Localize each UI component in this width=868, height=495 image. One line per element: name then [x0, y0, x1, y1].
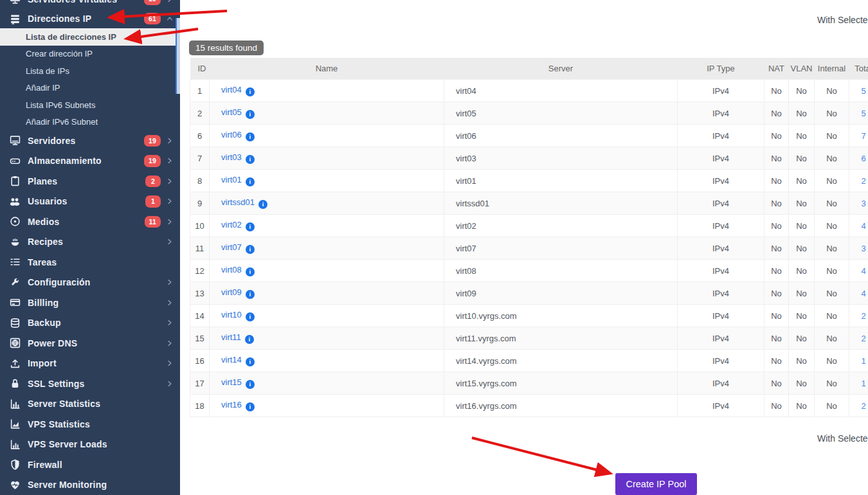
sidebar: Servidores Virtuales 19 Direcciones IP 6…: [0, 0, 180, 495]
cell-server: virt14.vyrgs.com: [444, 350, 678, 372]
total-ips-link[interactable]: 3: [861, 244, 865, 253]
total-ips-link[interactable]: 7: [861, 131, 865, 141]
chevron-right-icon: [166, 218, 174, 226]
count-badge: 11: [145, 216, 161, 228]
total-ips-link[interactable]: 6: [861, 154, 865, 163]
total-ips-link[interactable]: 2: [861, 311, 865, 321]
sidebar-item-usuarios[interactable]: Usuarios1: [0, 192, 180, 212]
with-selected-label-top[interactable]: With Selected: [817, 15, 868, 25]
sidebar-item-server-monitoring[interactable]: Server Monitoring: [0, 475, 180, 495]
info-icon[interactable]: i: [246, 87, 255, 96]
sidebar-item-power-dns[interactable]: Power DNS: [0, 333, 180, 354]
total-ips-link[interactable]: 2: [861, 176, 865, 186]
ip-pool-name-link[interactable]: virt15: [221, 377, 242, 387]
sidebar-item-medios[interactable]: Medios11: [0, 212, 180, 232]
info-icon[interactable]: i: [246, 222, 255, 231]
cell-id: 14: [190, 305, 210, 327]
submenu-item-anadir-ipv6-subnet[interactable]: Añadir IPv6 Subnet: [0, 114, 180, 131]
sidebar-item-direcciones-ip[interactable]: Direcciones IP 61: [0, 9, 180, 28]
chevron-right-icon: [166, 157, 174, 165]
sidebar-item-vps-server-loads[interactable]: VPS Server Loads: [0, 435, 180, 455]
submenu-item-lista-de-direcciones-ip[interactable]: Lista de direcciones IP: [0, 28, 180, 46]
submenu-item-lista-de-ips[interactable]: Lista de IPs: [0, 62, 180, 80]
total-ips-link[interactable]: 3: [861, 199, 865, 208]
cell-vlan: No: [789, 282, 815, 305]
cell-nat: No: [764, 350, 789, 372]
info-icon[interactable]: i: [245, 335, 254, 344]
total-ips-link[interactable]: 2: [861, 401, 865, 411]
sidebar-item-import[interactable]: Import: [0, 354, 180, 374]
info-icon[interactable]: i: [246, 267, 255, 276]
info-icon[interactable]: i: [246, 245, 255, 254]
total-ips-link[interactable]: 1: [861, 356, 865, 366]
sidebar-item-planes[interactable]: Planes2: [0, 171, 180, 192]
sidebar-item-configuracion[interactable]: Configuración: [0, 273, 180, 293]
cell-vlan: No: [789, 305, 815, 327]
clipboard-icon: [9, 176, 21, 187]
column-header-total: Total: [849, 58, 868, 80]
sidebar-item-vps-statistics[interactable]: VPS Statistics: [0, 414, 180, 435]
info-icon[interactable]: i: [246, 380, 255, 389]
cell-nat: No: [764, 305, 789, 327]
create-ip-pool-button[interactable]: Create IP Pool: [615, 473, 697, 495]
info-icon[interactable]: i: [246, 132, 255, 141]
sidebar-item-servidores[interactable]: Servidores19: [0, 130, 180, 151]
info-icon[interactable]: i: [246, 290, 255, 299]
ip-pool-name-link[interactable]: virt06: [221, 130, 242, 140]
ip-pool-name-link[interactable]: virt04: [221, 85, 242, 94]
monitor-icon: [9, 135, 21, 147]
ip-pool-name-link[interactable]: virt14: [221, 355, 242, 364]
submenu-item-crear-direccion-ip[interactable]: Crear dirección IP: [0, 46, 180, 63]
total-ips-link[interactable]: 5: [861, 109, 865, 118]
info-icon[interactable]: i: [246, 177, 255, 186]
sidebar-item-tareas[interactable]: Tareas: [0, 252, 180, 273]
sidebar-item-server-statistics[interactable]: Server Statistics: [0, 394, 180, 415]
with-selected-label-bottom[interactable]: With Selected: [817, 433, 868, 444]
info-icon[interactable]: i: [246, 155, 255, 164]
sidebar-item-backup[interactable]: Backup: [0, 313, 180, 334]
total-ips-link[interactable]: 2: [861, 334, 865, 343]
submenu-item-lista-ipv6-subnets[interactable]: Lista IPv6 Subnets: [0, 96, 180, 114]
cell-total: 5: [849, 80, 868, 102]
cell-internal: No: [815, 102, 849, 125]
ip-pool-name-link[interactable]: virt05: [221, 107, 242, 117]
chevron-right-icon: [166, 299, 174, 307]
sidebar-item-ssl-settings[interactable]: SSL Settings: [0, 374, 180, 394]
ip-pool-name-link[interactable]: virt01: [221, 175, 242, 184]
sidebar-nav-list: Servidores19Almacenamiento19Planes2Usuar…: [0, 130, 180, 495]
ip-pool-row: 11virt07ivirt07IPv4NoNoNo3: [190, 237, 868, 260]
total-ips-link[interactable]: 4: [861, 266, 865, 276]
sidebar-scrollbar-thumb[interactable]: [176, 18, 180, 94]
sidebar-item-almacenamiento[interactable]: Almacenamiento19: [0, 151, 180, 172]
cell-name: virt10i: [210, 305, 444, 327]
submenu-item-anadir-ip[interactable]: Añadir IP: [0, 80, 180, 97]
total-ips-link[interactable]: 4: [861, 221, 865, 231]
ip-pool-name-link[interactable]: virt03: [221, 152, 242, 162]
ip-pool-name-link[interactable]: virt07: [221, 242, 242, 252]
ip-pool-name-link[interactable]: virtssd01: [221, 197, 255, 207]
count-badge: 19: [144, 135, 161, 147]
info-icon[interactable]: i: [258, 200, 267, 209]
ip-pool-row: 7virt03ivirt03IPv4NoNoNo6: [190, 147, 868, 170]
sidebar-item-label: VPS Statistics: [28, 419, 90, 429]
sidebar-item-billling[interactable]: Billling: [0, 292, 180, 313]
sidebar-item-recipes[interactable]: Recipes: [0, 232, 180, 253]
total-ips-link[interactable]: 5: [861, 86, 865, 96]
cell-vlan: No: [789, 395, 815, 417]
ip-pool-name-link[interactable]: virt08: [221, 265, 242, 274]
sidebar-item-label: Firewall: [28, 460, 62, 470]
sidebar-item-firewall[interactable]: Firewall: [0, 455, 180, 475]
ip-pool-name-link[interactable]: virt02: [221, 220, 242, 230]
info-icon[interactable]: i: [246, 312, 255, 321]
count-badge: 19: [144, 0, 161, 5]
ip-pool-name-link[interactable]: virt16: [221, 400, 242, 410]
info-icon[interactable]: i: [246, 402, 255, 411]
info-icon[interactable]: i: [246, 357, 255, 366]
total-ips-link[interactable]: 4: [861, 289, 865, 298]
ip-pool-name-link[interactable]: virt11: [221, 332, 241, 342]
total-ips-link[interactable]: 1: [861, 379, 865, 388]
sidebar-item-servidores-virtuales[interactable]: Servidores Virtuales 19: [0, 0, 180, 9]
ip-pool-name-link[interactable]: virt10: [221, 310, 242, 320]
ip-pool-name-link[interactable]: virt09: [221, 287, 242, 297]
info-icon[interactable]: i: [246, 110, 255, 119]
